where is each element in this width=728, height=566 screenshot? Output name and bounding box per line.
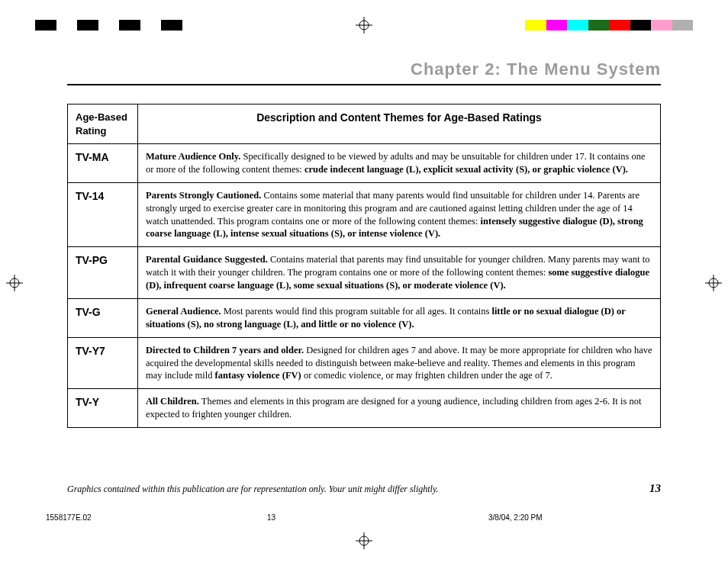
description-cell: Parental Guidance Suggested. Contains ma… bbox=[138, 247, 661, 299]
table-header-row: Age-Based Rating Description and Content… bbox=[68, 105, 661, 144]
table-row: TV-14Parents Strongly Cautioned. Contain… bbox=[68, 182, 661, 247]
page: Chapter 2: The Menu System Age-Based Rat… bbox=[0, 0, 728, 566]
swatch bbox=[630, 20, 652, 31]
rating-cell: TV-PG bbox=[68, 247, 138, 299]
content-area: Chapter 2: The Menu System Age-Based Rat… bbox=[67, 59, 661, 428]
chapter-title: Chapter 2: The Menu System bbox=[67, 59, 661, 84]
slug-time: 3/8/04, 2:20 PM bbox=[488, 513, 682, 522]
footer-note: Graphics contained within this publicati… bbox=[67, 484, 439, 495]
swatch bbox=[98, 20, 120, 31]
swatch bbox=[77, 20, 98, 31]
title-rule bbox=[67, 84, 661, 85]
table-row: TV-Y7Directed to Children 7 years and ol… bbox=[68, 337, 661, 389]
print-slug: 1558177E.02 13 3/8/04, 2:20 PM bbox=[46, 513, 682, 522]
swatch bbox=[546, 20, 568, 31]
swatch bbox=[119, 20, 140, 31]
header-description: Description and Content Themes for Age-B… bbox=[138, 105, 661, 144]
rating-cell: TV-MA bbox=[68, 144, 138, 183]
swatch bbox=[609, 20, 630, 31]
slug-doc: 1558177E.02 bbox=[46, 513, 160, 522]
registration-mark-icon bbox=[705, 275, 722, 291]
swatch bbox=[182, 20, 204, 31]
swatch bbox=[672, 20, 694, 31]
calibration-bar-left bbox=[35, 20, 203, 31]
page-footer: Graphics contained within this publicati… bbox=[67, 482, 661, 495]
table-row: TV-YAll Children. Themes and elements in… bbox=[68, 389, 661, 428]
registration-mark-icon bbox=[356, 532, 372, 549]
table-row: TV-MAMature Audience Only. Specifically … bbox=[68, 144, 661, 183]
rating-cell: TV-Y bbox=[68, 389, 138, 428]
description-cell: Mature Audience Only. Specifically desig… bbox=[138, 144, 661, 183]
calibration-bar-right bbox=[525, 20, 693, 31]
description-cell: General Audience. Most parents would fin… bbox=[138, 298, 661, 337]
header-rating: Age-Based Rating bbox=[68, 105, 138, 144]
description-cell: Directed to Children 7 years and older. … bbox=[138, 337, 661, 389]
registration-mark-icon bbox=[356, 17, 372, 34]
rating-cell: TV-14 bbox=[68, 182, 138, 247]
table-row: TV-GGeneral Audience. Most parents would… bbox=[68, 298, 661, 337]
slug-page: 13 bbox=[267, 513, 382, 522]
description-cell: All Children. Themes and elements in thi… bbox=[138, 389, 661, 428]
registration-mark-icon bbox=[6, 275, 23, 291]
table-row: TV-PGParental Guidance Suggested. Contai… bbox=[68, 247, 661, 299]
swatch bbox=[567, 20, 588, 31]
swatch bbox=[651, 20, 672, 31]
ratings-table: Age-Based Rating Description and Content… bbox=[67, 104, 661, 428]
description-cell: Parents Strongly Cautioned. Contains som… bbox=[138, 182, 661, 247]
rating-cell: TV-G bbox=[68, 298, 138, 337]
swatch bbox=[525, 20, 546, 31]
rating-cell: TV-Y7 bbox=[68, 337, 138, 389]
swatch bbox=[35, 20, 56, 31]
swatch bbox=[588, 20, 610, 31]
page-number: 13 bbox=[649, 482, 661, 495]
swatch bbox=[56, 20, 78, 31]
swatch bbox=[161, 20, 182, 31]
swatch bbox=[140, 20, 162, 31]
ratings-table-wrap: Age-Based Rating Description and Content… bbox=[67, 104, 661, 428]
